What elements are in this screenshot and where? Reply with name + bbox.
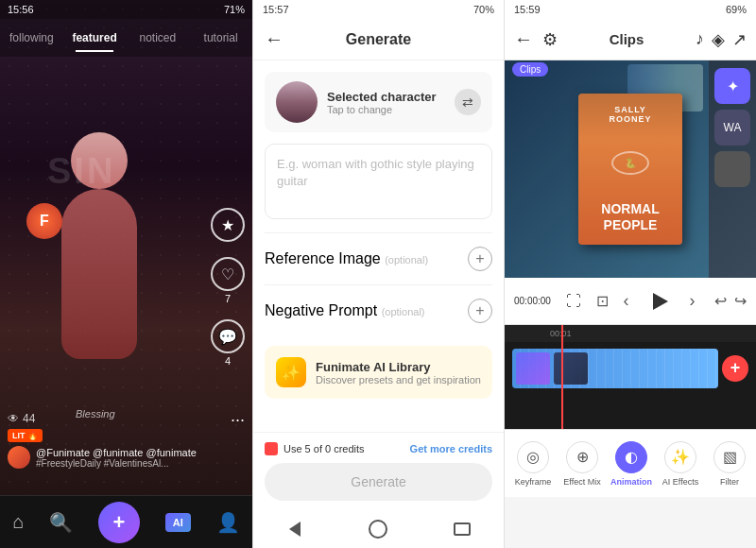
gen-time: 15:57 [263, 4, 289, 15]
clips-playback-controls: 00:00:00 ⛶ ⊡ ‹ › ↩ ↪ [505, 278, 756, 325]
preview-image: SALLY ROONEY 🐍 NORMAL PEOPLE ✦ WA [505, 60, 756, 278]
clips-tune-btn[interactable]: ♪ [696, 29, 704, 49]
timeline-track[interactable]: + [505, 342, 756, 394]
clips-export-btn[interactable]: ↗ [732, 29, 747, 50]
avatar-image [276, 81, 318, 123]
reference-image-row: Reference Image (optional) + [265, 232, 492, 284]
username: @Funimate @funimate @funimate [36, 447, 197, 458]
clips-time: 15:59 [514, 4, 541, 15]
tab-following[interactable]: following [0, 24, 63, 52]
character-sub: Tap to change [327, 104, 445, 115]
dark-tool-1[interactable]: WA [714, 110, 750, 146]
play-btn[interactable] [644, 286, 675, 317]
feed-actions: ★ ♡ 7 💬 4 [211, 208, 245, 367]
add-clip-btn[interactable]: + [722, 355, 748, 382]
redo-btn[interactable]: ↪ [734, 292, 747, 310]
ai-effects-label: AI Effects [662, 477, 698, 487]
sys-back-btn[interactable] [281, 515, 309, 543]
hashtag: #FreestyleDaily #ValentinesAl... [36, 458, 197, 469]
effect-mix-label: Effect Mix [563, 477, 600, 487]
prompt-textarea[interactable]: E.g. woman with gothic style playing gui… [265, 144, 492, 219]
ai-effects-tool[interactable]: ✨ AI Effects [656, 436, 705, 492]
sys-home-btn[interactable] [364, 515, 392, 543]
effect-mix-tool[interactable]: ⊕ Effect Mix [558, 436, 607, 492]
home-nav-btn[interactable]: ⌂ [12, 511, 24, 533]
add-negative-btn[interactable]: + [468, 299, 492, 323]
funimate-logo: F [26, 203, 62, 239]
reference-label: Reference Image (optional) [265, 250, 428, 267]
user-row[interactable]: @Funimate @funimate @funimate #Freestyle… [8, 446, 205, 469]
crop-btn[interactable]: ⊡ [596, 292, 609, 310]
dark-tool-2[interactable] [714, 151, 750, 187]
bookmark-action[interactable]: ★ [211, 208, 245, 242]
clip-pattern [512, 349, 718, 388]
tab-noticed[interactable]: noticed [127, 24, 190, 52]
character-label: Selected character [327, 90, 445, 104]
book-author-surname: ROONEY [590, 114, 671, 124]
prev-frame-btn[interactable]: ‹ [624, 291, 629, 311]
heart-icon: ♡ [211, 257, 245, 291]
reference-optional: (optional) [385, 254, 428, 265]
clips-layers-btn[interactable]: ◈ [712, 29, 725, 50]
ai-effects-icon: ✨ [664, 441, 696, 473]
timeline-playhead [561, 325, 563, 429]
book-title-text-1: NORMAL [590, 201, 671, 217]
library-text: Funimate AI Library Discover presets and… [316, 360, 481, 385]
create-nav-btn[interactable]: + [98, 502, 140, 543]
book-animal: 🐍 [590, 151, 671, 175]
more-options[interactable]: ··· [231, 410, 245, 430]
keyframe-tool[interactable]: ◎ Keyframe [508, 436, 558, 492]
like-action[interactable]: ♡ 7 [211, 257, 245, 304]
generate-btn[interactable]: Generate [265, 463, 492, 501]
comment-icon: 💬 [211, 319, 245, 353]
gen-back-btn[interactable]: ← [265, 28, 284, 50]
get-more-credits-btn[interactable]: Get more credits [410, 443, 492, 454]
negative-label-group: Negative Prompt (optional) [265, 302, 424, 319]
feed-status-bar: 15:56 71% [0, 0, 252, 19]
user-info: @Funimate @funimate @funimate #Freestyle… [36, 447, 197, 469]
gen-sys-nav [253, 510, 504, 548]
book-title-block: NORMAL PEOPLE [590, 201, 671, 233]
comment-action[interactable]: 💬 4 [211, 319, 245, 367]
eye-icon: 👁 [8, 412, 19, 425]
character-selector-card[interactable]: Selected character Tap to change ⇄ [265, 72, 492, 132]
profile-nav-btn[interactable]: 👤 [216, 511, 240, 534]
gen-battery: 70% [473, 4, 494, 15]
library-icon: ✨ [276, 357, 306, 387]
like-count: 7 [225, 293, 231, 304]
undo-btn[interactable]: ↩ [714, 292, 727, 310]
swap-character-btn[interactable]: ⇄ [455, 89, 481, 115]
filter-tool[interactable]: ▧ Filter [705, 436, 754, 492]
magic-tool-btn[interactable]: ✦ [714, 68, 750, 104]
ai-nav-btn[interactable]: AI [165, 513, 191, 532]
clips-time-start: 00:00:00 [514, 296, 551, 306]
clip-thumb-2 [554, 352, 588, 385]
feed-time: 15:56 [8, 4, 34, 15]
clips-timeline: 00:01 + [505, 325, 756, 429]
credits-info: Use 5 of 0 credits [265, 442, 365, 455]
clips-header-left: ← ⚙ [514, 28, 558, 50]
feed-tabs: following featured noticed tutorial [0, 19, 252, 57]
gen-footer: Use 5 of 0 credits Get more credits Gene… [253, 432, 504, 510]
tab-featured[interactable]: featured [63, 24, 127, 52]
credits-icon [265, 442, 278, 455]
filter-label: Filter [720, 477, 739, 487]
book-title-text-2: PEOPLE [590, 217, 671, 233]
search-nav-btn[interactable]: 🔍 [49, 511, 73, 534]
user-avatar [8, 446, 30, 469]
timeline-ruler: 00:01 [505, 325, 756, 342]
add-reference-btn[interactable]: + [468, 247, 492, 271]
tab-tutorial[interactable]: tutorial [189, 24, 252, 52]
clips-status-bar: 15:59 69% [505, 0, 756, 19]
timeline-clip-main[interactable] [512, 349, 718, 388]
sys-recent-btn[interactable] [448, 515, 476, 543]
gen-header: ← Generate [253, 19, 504, 60]
next-frame-btn[interactable]: › [690, 291, 696, 311]
clips-header-right: ♪ ◈ ↗ [696, 29, 747, 50]
animation-tool[interactable]: ◐ Animation [607, 436, 656, 492]
credits-text: Use 5 of 0 credits [284, 443, 365, 454]
clips-gear-btn[interactable]: ⚙ [542, 29, 558, 50]
clips-back-btn[interactable]: ← [514, 28, 533, 50]
fullscreen-btn[interactable]: ⛶ [566, 293, 581, 310]
ai-library-card[interactable]: ✨ Funimate AI Library Discover presets a… [265, 346, 492, 399]
